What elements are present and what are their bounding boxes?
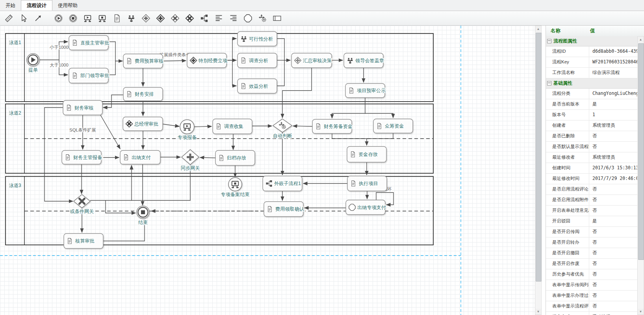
property-row[interactable]: 工作流名称综合演示流程 [546,68,638,78]
property-value[interactable]: 是 [589,99,638,109]
scroll-thumb[interactable] [536,33,542,282]
property-value[interactable]: 否 [589,184,638,195]
diagram-node[interactable]: 调查分析 [238,53,277,68]
property-value[interactable]: 否 [589,291,638,301]
diagram-node[interactable]: 领导会签盖章 [344,53,384,68]
align-right-tool-button[interactable] [227,12,239,24]
diagram-node[interactable]: 专项报备 [178,120,197,140]
diagram-node[interactable]: 出纳支付 [120,150,160,164]
property-value[interactable]: 否 [589,206,638,216]
diagram-node[interactable]: 部门领导审批 [69,68,109,83]
canvas-vertical-scrollbar[interactable]: ▲ ▼ [535,26,542,315]
property-row[interactable]: 历史参与者优先否 [546,269,638,280]
property-value[interactable]: 系统管理员 [589,152,638,163]
ruler-tool-button[interactable] [3,12,15,24]
property-row[interactable]: 流程IDd6d8abb0-3664-4391-adf2 [546,46,638,57]
diagram-node[interactable]: 汇总审核决策 [291,53,332,68]
property-value[interactable]: 2017/6/3 15:30:13 [589,163,638,173]
diagram-node[interactable]: 特别经费立项 [187,53,228,68]
property-value[interactable]: WF20170603152804677 [589,57,638,67]
diagram-node[interactable]: 财务审核 [63,100,102,115]
gateway-plus-filled-tool-button[interactable] [154,12,166,24]
property-value[interactable]: 否 [589,142,638,152]
diagram-node[interactable]: 归档存放 [215,150,255,165]
property-row[interactable]: 表单中显示传阅列表否 [546,280,638,291]
property-value[interactable]: 1 [589,110,638,120]
diagram-node[interactable]: 项目预审公示 [345,83,386,98]
property-value[interactable]: 否 [589,237,638,248]
property-row[interactable]: 表单中显示流程评论列否 [546,301,638,312]
diagram-node[interactable]: 直接主管审批 [69,35,109,50]
subprocess-end-tool-button[interactable] [96,12,108,24]
diagram-node[interactable]: 自动判断 [273,119,292,139]
scroll-up-icon[interactable]: ▲ [535,26,541,32]
embedded-subprocess-tool-button[interactable] [198,12,210,24]
collapse-icon[interactable] [547,81,551,85]
property-row[interactable]: 开启表单处理意见区否 [546,206,638,216]
diagram-node[interactable]: 专项备案结束 [221,178,249,197]
property-value[interactable]: 综合演示流程 [589,68,638,78]
end-event-tool-button[interactable] [67,12,79,24]
scroll-up-icon[interactable]: ▲ [638,37,644,43]
gateway-x-tool-button[interactable] [169,12,181,24]
tab-item[interactable]: 开始 [0,0,21,11]
property-group-header[interactable]: 流程图属性 [546,36,638,46]
property-row[interactable]: 是否开启撤回否 [546,248,638,259]
property-value[interactable]: 否 [589,195,638,205]
diagram-node[interactable]: 费用领取确认 [264,202,304,217]
property-row[interactable]: 版本号1 [546,110,638,120]
octagon-task-tool-button[interactable] [242,12,254,24]
diagram-node[interactable]: 资金存放 [347,146,386,162]
property-row[interactable]: 是否已删除否 [546,131,638,142]
properties-vertical-scrollbar[interactable]: ▲ ▼ [637,36,644,315]
property-row[interactable]: 流程分类ChangYongLiuCheng [546,89,638,99]
property-row[interactable]: 是否默认显示流程图否 [546,142,638,152]
design-canvas[interactable]: 泳道1泳道2泳道3 小于1000大于1000扩展插件类条件SQL条件扩展自循环 … [0,26,535,315]
property-row[interactable]: 是否启用流程附件否 [546,195,638,206]
property-row[interactable]: 流程KeyWF20170603152804677 [546,57,638,68]
property-row[interactable]: 是否开启转办否 [546,237,638,248]
scroll-thumb[interactable] [638,43,644,260]
collapse-icon[interactable] [547,39,551,43]
diagram-node[interactable]: 调查收集 [213,119,252,134]
property-value[interactable]: ChangYongLiuCheng [589,89,638,99]
property-row[interactable]: 开启驳回是 [546,216,638,227]
property-row[interactable]: 最近修改者系统管理员 [546,152,638,163]
diagram-node[interactable]: 效益分析 [238,79,277,93]
property-row[interactable]: 最近修改时间2017/7/29 20:46:08 [546,174,638,184]
diagram-node[interactable]: 费用预算审核 [123,54,163,68]
property-row[interactable]: 创建时间2017/6/3 15:30:13 [546,163,638,174]
scroll-down-icon[interactable]: ▼ [638,309,644,315]
diagram-node[interactable]: 核算审批 [64,233,103,248]
property-row[interactable]: 是否开启传阅否 [546,227,638,237]
pointer-tool-button[interactable] [17,12,29,24]
property-value[interactable]: d6d8abb0-3664-4391-adf2 [589,46,638,57]
property-row[interactable]: 是否当前版本是 [546,99,638,110]
property-value[interactable]: 否 [589,131,638,141]
diagram-node[interactable]: 同步网关 [181,150,200,171]
property-row[interactable]: 创建者系统管理员 [546,120,638,131]
property-value[interactable]: 2017/7/29 20:46:08 [589,174,638,184]
diagram-node[interactable]: 总经理审批 [123,117,163,131]
property-row[interactable]: 表单中显示办理过程否 [546,291,638,301]
diagram-node[interactable]: 出纳专项支付 [346,200,386,215]
property-value[interactable]: 否 [589,248,638,258]
diagram-node[interactable]: 或条件网关 [70,195,94,214]
tab-active[interactable]: 流程设计 [21,0,52,11]
diagram-node[interactable]: 可行性分析 [238,32,277,46]
property-group-header[interactable]: 基础属性 [546,78,638,89]
diagram-node[interactable]: 结束 [137,206,149,225]
gateway-x-filled-tool-button[interactable] [184,12,195,24]
property-row[interactable]: 是否启用流程评论否 [546,184,638,195]
property-value[interactable]: 否 [589,301,638,311]
property-value[interactable]: 否 [589,227,638,237]
scroll-down-icon[interactable]: ▼ [535,309,541,315]
diagram-node[interactable]: 众筹资金 [373,119,413,133]
property-value[interactable]: 否 [589,259,638,269]
property-value[interactable]: 否 [589,280,638,290]
process-diagram[interactable]: 泳道1泳道2泳道3 小于1000大于1000扩展插件类条件SQL条件扩展自循环 … [0,26,535,315]
property-value[interactable]: 否 [589,269,638,280]
org-task-tool-button[interactable] [125,12,137,24]
connector-tool-button[interactable] [32,12,44,24]
property-row[interactable]: 提交方式手动选择 [546,312,638,315]
